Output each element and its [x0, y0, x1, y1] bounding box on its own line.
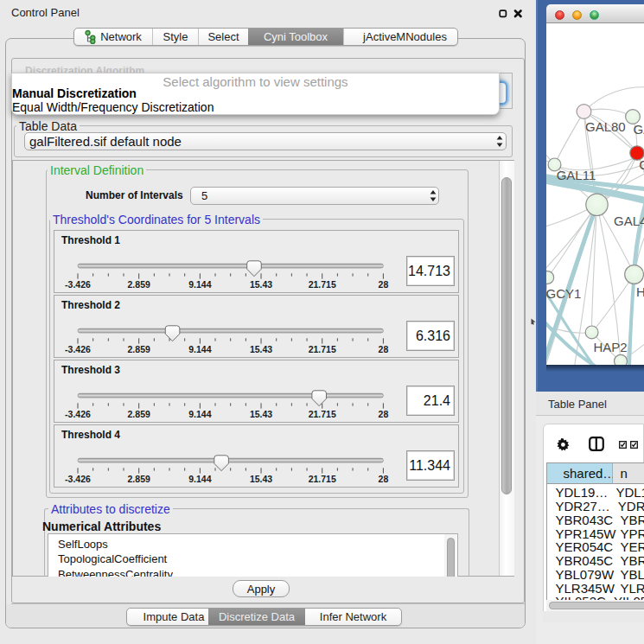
svg-text:2.859: 2.859 — [128, 344, 150, 354]
svg-text:9.144: 9.144 — [188, 474, 211, 484]
svg-text:HAP2: HAP2 — [594, 340, 628, 354]
svg-text:GCY1: GCY1 — [546, 286, 581, 301]
svg-text:15.43: 15.43 — [250, 409, 272, 419]
svg-text:28: 28 — [379, 279, 389, 290]
svg-text:9.144: 9.144 — [188, 344, 211, 354]
svg-text:-3.426: -3.426 — [65, 344, 91, 354]
svg-text:9.144: 9.144 — [188, 279, 211, 290]
svg-text:28: 28 — [379, 409, 389, 419]
svg-text:15.43: 15.43 — [250, 344, 272, 354]
svg-text:GAL4: GAL4 — [614, 214, 644, 228]
svg-text:GAL11: GAL11 — [557, 168, 596, 182]
svg-text:GAL80: GAL80 — [585, 119, 626, 134]
svg-text:2.859: 2.859 — [128, 409, 150, 419]
svg-text:28: 28 — [379, 344, 389, 354]
svg-text:2.859: 2.859 — [128, 279, 150, 290]
svg-text:21.715: 21.715 — [309, 279, 336, 290]
svg-text:21.715: 21.715 — [309, 409, 336, 419]
svg-text:2.859: 2.859 — [128, 474, 150, 484]
svg-text:-3.426: -3.426 — [65, 279, 91, 290]
svg-text:-3.426: -3.426 — [65, 474, 91, 484]
svg-text:GAL3: GAL3 — [634, 122, 644, 137]
svg-text:-3.426: -3.426 — [65, 409, 91, 419]
svg-text:28: 28 — [379, 474, 389, 484]
svg-text:HAP1: HAP1 — [636, 284, 644, 299]
svg-text:15.43: 15.43 — [250, 474, 272, 484]
svg-text:21.715: 21.715 — [309, 474, 336, 484]
svg-text:CDC6: CDC6 — [639, 157, 644, 172]
svg-text:15.43: 15.43 — [250, 279, 272, 290]
svg-text:9.144: 9.144 — [188, 409, 211, 419]
svg-text:21.715: 21.715 — [309, 344, 336, 354]
